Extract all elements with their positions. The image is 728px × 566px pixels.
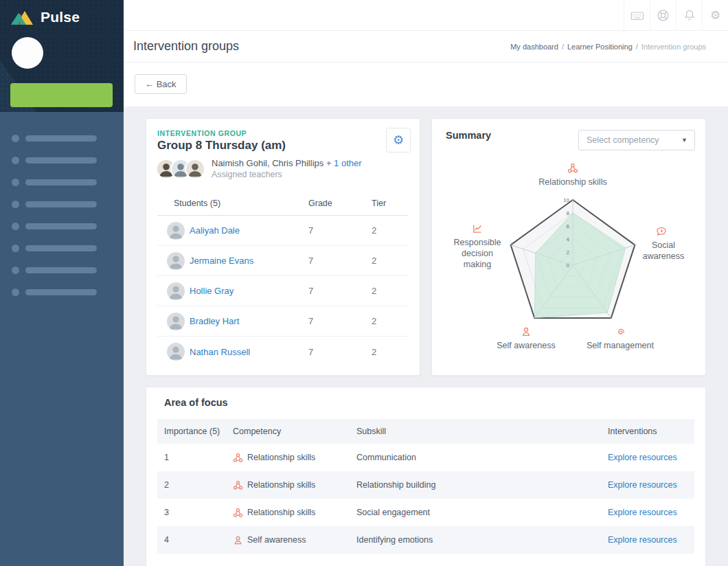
students-table-header: Students (5) Grade Tier	[157, 193, 409, 216]
student-row: Jermaine Evans 7 2	[157, 246, 409, 276]
keyboard-icon	[630, 10, 644, 22]
mountains-logo-icon	[10, 8, 36, 26]
student-row: Nathan Russell 7 2	[157, 337, 409, 367]
sidebar-nav-item[interactable]	[0, 193, 124, 215]
sidebar-nav-item[interactable]	[0, 215, 124, 237]
nav-bullet-icon	[12, 223, 19, 230]
student-name-link[interactable]: Hollie Gray	[190, 286, 234, 296]
breadcrumb-my-dashboard[interactable]: My dashboard	[510, 43, 558, 51]
focus-row: 4 Self awareness Identifying emotions Ex…	[157, 526, 694, 554]
student-tier: 2	[359, 286, 409, 296]
sidebar-nav-item[interactable]	[0, 259, 124, 281]
student-name-link[interactable]: Bradley Hart	[190, 316, 239, 326]
titlebar: Intervention groups My dashboard/Learner…	[124, 31, 728, 63]
help-button[interactable]	[650, 0, 676, 31]
radar-tick-label: 10	[563, 197, 569, 203]
card-eyebrow: INTERVENTION GROUP	[157, 129, 247, 137]
explore-resources-link[interactable]: Explore resources	[608, 535, 677, 545]
radar-tick-label: 8	[567, 210, 570, 216]
breadcrumb-current: Intervention groups	[641, 43, 706, 51]
relationship-skills-icon	[233, 453, 243, 463]
group-settings-button[interactable]: ⚙	[386, 128, 411, 152]
area-of-focus-card: Area of focus Importance (5) Competency …	[146, 387, 706, 566]
importance-column-header: Importance (5)	[157, 427, 233, 436]
user-avatar[interactable]	[12, 37, 43, 69]
student-avatar-icon	[167, 252, 185, 270]
student-name-link[interactable]: Aaliyah Dale	[190, 225, 240, 236]
focus-row: 3 Relationship skills Social engagement …	[157, 499, 694, 526]
nav-skeleton-label	[25, 135, 97, 142]
back-button[interactable]: ← Back	[135, 74, 187, 94]
group-title: Group 8 Thursday (am)	[157, 139, 286, 152]
focus-subskill: Identifying emotions	[356, 535, 608, 545]
nav-bullet-icon	[12, 157, 19, 164]
gear-icon: ⚙	[710, 10, 720, 21]
intervention-group-card: INTERVENTION GROUP Group 8 Thursday (am)…	[146, 118, 420, 376]
keyboard-shortcuts-button[interactable]	[624, 0, 650, 31]
student-tier: 2	[359, 316, 409, 326]
radar-tick-label: 2	[567, 249, 570, 256]
student-avatar-icon	[167, 343, 185, 361]
focus-competency: Relationship skills	[247, 480, 315, 490]
competency-column-header: Competency	[233, 427, 356, 436]
student-grade: 7	[296, 286, 359, 296]
radar-tick-label: 0	[567, 262, 570, 269]
radar-axis-label-self-awareness: Self awareness	[485, 340, 567, 351]
app-logo[interactable]: Pulse	[10, 8, 80, 26]
explore-resources-link[interactable]: Explore resources	[608, 508, 677, 517]
student-avatar-icon	[167, 222, 185, 240]
breadcrumb-learner-positioning[interactable]: Learner Positioning	[567, 43, 633, 51]
breadcrumb-separator: /	[562, 43, 564, 51]
radar-axis-label-responsible-decision-making: Responsibledecisionmaking	[450, 237, 505, 270]
primary-sidebar-button[interactable]	[10, 83, 113, 107]
sidebar-nav-item[interactable]	[0, 281, 124, 303]
relationship-skills-icon	[233, 480, 243, 490]
sidebar-nav-item[interactable]	[0, 171, 124, 193]
settings-button[interactable]: ⚙	[702, 0, 728, 31]
relationship-skills-icon	[233, 508, 243, 518]
sidebar-header: Pulse	[0, 0, 124, 112]
focus-importance: 2	[157, 480, 233, 490]
sidebar-nav-item[interactable]	[0, 237, 124, 259]
gear-icon: ⚙	[393, 134, 404, 146]
nav-bullet-icon	[12, 135, 19, 142]
nav-skeleton-label	[25, 179, 97, 185]
focus-importance: 3	[157, 508, 233, 517]
grade-column-header: Grade	[296, 199, 359, 208]
focus-subskill: Communication	[356, 453, 608, 462]
notifications-button[interactable]	[676, 0, 702, 31]
teacher-avatars	[156, 159, 205, 179]
social-awareness-icon	[656, 226, 667, 237]
explore-resources-link[interactable]: Explore resources	[608, 480, 677, 490]
student-row: Aaliyah Dale 7 2	[157, 216, 409, 246]
radar-axis-label-relationship-skills: Relationship skills	[504, 177, 641, 188]
student-name-link[interactable]: Jermaine Evans	[190, 256, 253, 266]
back-arrow-icon: ←	[145, 79, 154, 89]
teachers-more-link[interactable]: + 1 other	[326, 158, 362, 168]
tier-column-header: Tier	[359, 199, 409, 208]
nav-bullet-icon	[12, 245, 19, 252]
sidebar-nav-item[interactable]	[0, 127, 124, 149]
subskill-column-header: Subskill	[356, 427, 608, 436]
self-awareness-icon	[233, 535, 243, 545]
student-row: Bradley Hart 7 2	[157, 306, 409, 337]
teacher-names: Naimish Gohil, Chris Phillips	[212, 158, 323, 168]
sidebar-nav	[0, 112, 124, 303]
sidebar-nav-item[interactable]	[0, 149, 124, 171]
nav-skeleton-label	[25, 289, 97, 295]
student-tier: 2	[359, 225, 409, 236]
app-name: Pulse	[41, 9, 80, 25]
main-area: ⚙ Intervention groups My dashboard/Learn…	[124, 0, 728, 566]
explore-resources-link[interactable]: Explore resources	[608, 453, 677, 462]
student-tier: 2	[359, 347, 409, 357]
area-of-focus-title: Area of focus	[164, 397, 228, 408]
nav-skeleton-label	[25, 157, 97, 163]
back-row: ← Back	[124, 63, 728, 106]
topbar: ⚙	[124, 0, 728, 31]
self-awareness-icon	[521, 326, 532, 337]
nav-skeleton-label	[25, 223, 97, 229]
student-name-link[interactable]: Nathan Russell	[190, 347, 250, 357]
student-grade: 7	[296, 347, 359, 357]
students-table: Students (5) Grade Tier Aaliyah Dale 7 2…	[157, 193, 409, 367]
student-row: Hollie Gray 7 2	[157, 276, 409, 306]
